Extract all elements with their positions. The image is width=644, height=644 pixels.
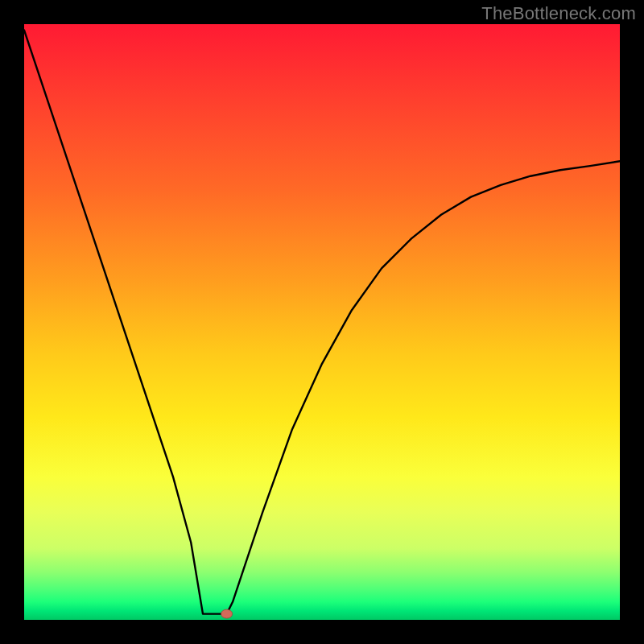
plot-area <box>24 24 620 620</box>
bottleneck-curve <box>24 30 620 613</box>
minimum-marker <box>221 609 233 618</box>
curve-svg <box>24 24 620 620</box>
watermark-text: TheBottleneck.com <box>481 3 636 24</box>
chart-frame: TheBottleneck.com <box>0 0 644 644</box>
